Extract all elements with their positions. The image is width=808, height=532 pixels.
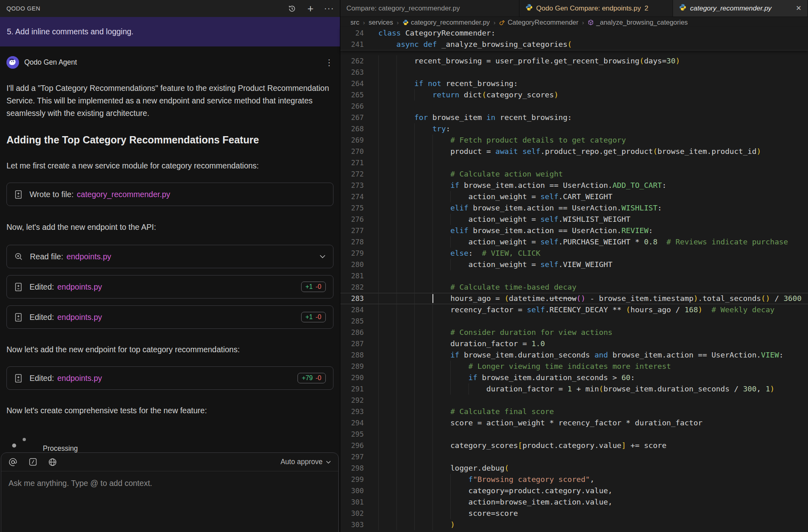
agent-menu-icon[interactable]: ⋮ <box>325 59 333 66</box>
line-number: 287 <box>340 338 364 349</box>
file-diff-icon <box>14 313 23 322</box>
code-line-content: score=score <box>378 508 808 519</box>
breadcrumb-class[interactable]: CategoryRecommender <box>508 19 578 26</box>
indent-guide <box>378 451 379 463</box>
breadcrumb-method[interactable]: _analyze_browsing_categories <box>596 19 688 26</box>
line-number: 267 <box>340 112 364 123</box>
indent-guide <box>414 180 415 191</box>
diff-removed: -0 <box>316 283 321 290</box>
indent-guide <box>432 417 433 429</box>
tab-label: Qodo Gen Compare: endpoints.py <box>536 4 641 13</box>
indent-guide <box>414 429 415 440</box>
indent-guide <box>432 168 433 180</box>
card-read-file[interactable]: Read file: endpoints.py <box>6 245 333 268</box>
python-icon <box>525 4 533 13</box>
indent-guide <box>414 202 415 214</box>
code-line: 263 <box>340 67 808 78</box>
indent-guide <box>397 304 397 315</box>
code-line-content <box>378 67 808 78</box>
line-number: 241 <box>340 39 364 50</box>
indent-guide <box>414 406 415 417</box>
code-line: 298 logger.debug( <box>340 463 808 474</box>
indent-guide <box>432 361 433 372</box>
indent-guide <box>414 157 415 168</box>
para-tests: Now let's create comprehensive tests for… <box>6 404 333 417</box>
breadcrumb-src[interactable]: src <box>350 19 359 26</box>
indent-guide <box>414 146 415 157</box>
mention-icon[interactable] <box>8 458 17 467</box>
indent-guide <box>378 383 379 395</box>
code-line: 277 elif browse_item.action == UserActio… <box>340 225 808 236</box>
card-filename[interactable]: endpoints.py <box>57 282 102 292</box>
line-number: 272 <box>340 168 364 180</box>
indent-guide <box>397 338 397 349</box>
card-edited-file-2[interactable]: Edited: endpoints.py +1-0 <box>6 305 333 329</box>
card-filename[interactable]: category_recommender.py <box>77 190 170 199</box>
indent-guide <box>378 304 379 315</box>
tab-qodo-gen-compare-endpoints[interactable]: Qodo Gen Compare: endpoints.py 2 <box>519 0 673 17</box>
code-line: 287 duration_factor = 1.0 <box>340 338 808 349</box>
indent-guide <box>414 440 415 451</box>
breadcrumb-file[interactable]: category_recommender.py <box>411 19 490 26</box>
indent-guide <box>378 417 379 429</box>
indent-guide <box>397 259 397 270</box>
close-icon[interactable]: ✕ <box>791 4 802 13</box>
line-number: 263 <box>340 67 364 78</box>
code-line: 273 if browse_item.action == UserAction.… <box>340 180 808 191</box>
indent-guide <box>432 383 433 395</box>
code-line: 281 <box>340 270 808 282</box>
indent-guide <box>378 89 379 101</box>
card-action-label: Edited: <box>30 374 54 383</box>
indent-guide <box>414 417 415 429</box>
tab-compare-category-recommender[interactable]: Compare: category_recommender.py <box>340 0 519 17</box>
indent-guide <box>432 519 433 530</box>
indent-guide <box>414 259 415 270</box>
breadcrumb-services[interactable]: services <box>369 19 393 26</box>
chat-input[interactable]: Ask me anything. Type @ to add context. <box>1 471 338 495</box>
indent-guide <box>432 451 433 463</box>
indent-guide <box>432 429 433 440</box>
diff-added: +1 <box>306 313 313 320</box>
web-globe-icon[interactable] <box>48 458 57 467</box>
code-line-content: else: # VIEW, CLICK <box>378 248 808 259</box>
card-edited-file-1[interactable]: Edited: endpoints.py +1-0 <box>6 275 333 299</box>
indent-guide <box>397 474 397 485</box>
code-line-content: category_scores[product.category.value] … <box>378 440 808 451</box>
line-number: 303 <box>340 519 364 530</box>
indent-guide <box>414 508 415 519</box>
code-line: 292 <box>340 395 808 406</box>
card-edited-file-3[interactable]: Edited: endpoints.py +79-0 <box>6 366 333 390</box>
auto-approve-dropdown[interactable]: Auto approve <box>281 458 331 466</box>
code-line-content: ) <box>378 519 808 530</box>
para-add-endpoint: Now, let's add the new endpoint to the A… <box>6 221 333 233</box>
new-chat-icon[interactable]: + <box>306 4 315 13</box>
code-line: 280 action_weight = self.VIEW_WEIGHT <box>340 259 808 270</box>
indent-guide <box>378 496 379 508</box>
card-filename[interactable]: endpoints.py <box>66 252 111 261</box>
indent-guide <box>397 440 397 451</box>
indent-guide <box>414 214 415 225</box>
code-line: 272 # Calculate action weight <box>340 168 808 180</box>
indent-guide <box>397 112 397 123</box>
breadcrumb: src › services › category_recommender.py… <box>340 17 808 27</box>
code-area[interactable]: 262 recent_browsing = user_profile.get_r… <box>340 50 808 530</box>
card-filename[interactable]: endpoints.py <box>57 374 102 383</box>
code-line: 270 product = await self.product_repo.ge… <box>340 146 808 157</box>
tab-category-recommender[interactable]: category_recommender.py ✕ <box>673 0 808 17</box>
code-line: 276 action_weight = self.WISHLIST_WEIGHT <box>340 214 808 225</box>
diff-badge: +1-0 <box>301 282 326 292</box>
chevron-down-icon[interactable] <box>319 254 326 259</box>
slash-command-icon[interactable] <box>28 458 37 467</box>
line-number: 281 <box>340 270 364 282</box>
indent-guide <box>450 361 451 372</box>
code-line-content: class CategoryRecommender: <box>378 27 808 39</box>
code-line: 295 <box>340 429 808 440</box>
indent-guide <box>378 338 379 349</box>
card-wrote-file[interactable]: Wrote to file: category_recommender.py <box>6 183 333 206</box>
more-options-icon[interactable]: ··· <box>325 4 333 13</box>
history-icon[interactable] <box>287 4 296 13</box>
file-search-icon <box>14 252 23 261</box>
card-filename[interactable]: endpoints.py <box>57 313 102 322</box>
indent-guide <box>378 67 379 78</box>
indent-guide <box>432 395 433 406</box>
